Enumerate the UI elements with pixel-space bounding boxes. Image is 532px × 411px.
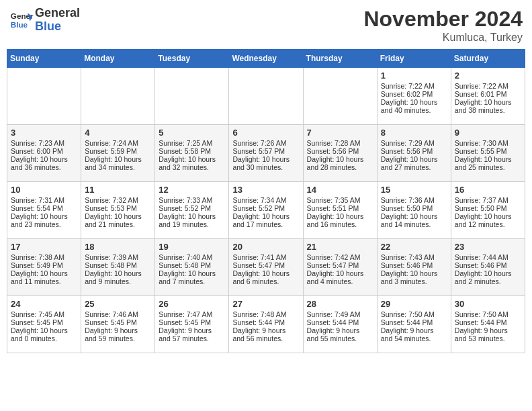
cell-info: Sunset: 6:01 PM bbox=[455, 90, 521, 98]
calendar-cell: 8Sunrise: 7:29 AMSunset: 5:56 PMDaylight… bbox=[377, 125, 451, 182]
calendar-cell: 24Sunrise: 7:45 AMSunset: 5:45 PMDayligh… bbox=[7, 296, 81, 353]
cell-info: Sunrise: 7:25 AM bbox=[159, 139, 225, 147]
cell-info: Daylight: 9 hours and 54 minutes. bbox=[381, 326, 447, 342]
calendar-cell: 30Sunrise: 7:50 AMSunset: 5:44 PMDayligh… bbox=[451, 296, 525, 353]
cell-info: Sunset: 5:48 PM bbox=[159, 261, 225, 269]
cell-info: Sunrise: 7:26 AM bbox=[232, 139, 299, 147]
day-number: 21 bbox=[307, 242, 373, 252]
cell-info: Sunrise: 7:35 AM bbox=[307, 196, 373, 204]
cell-info: Sunrise: 7:39 AM bbox=[85, 253, 151, 261]
cell-info: Daylight: 10 hours and 21 minutes. bbox=[85, 212, 151, 228]
cell-info: Sunset: 5:44 PM bbox=[455, 318, 521, 326]
day-number: 13 bbox=[232, 185, 299, 195]
calendar-cell: 16Sunrise: 7:37 AMSunset: 5:50 PMDayligh… bbox=[451, 182, 525, 239]
logo-line1: General bbox=[35, 7, 80, 20]
day-number: 7 bbox=[307, 128, 373, 138]
cell-info: Sunset: 5:57 PM bbox=[232, 147, 299, 155]
page-title: November 2024 bbox=[363, 7, 523, 32]
day-number: 20 bbox=[232, 242, 299, 252]
calendar-cell: 1Sunrise: 7:22 AMSunset: 6:02 PMDaylight… bbox=[377, 68, 451, 125]
day-number: 24 bbox=[11, 299, 77, 309]
cell-info: Daylight: 9 hours and 56 minutes. bbox=[232, 326, 299, 342]
day-number: 23 bbox=[455, 242, 521, 252]
calendar-cell: 3Sunrise: 7:23 AMSunset: 6:00 PMDaylight… bbox=[7, 125, 81, 182]
day-number: 3 bbox=[11, 128, 77, 138]
cell-info: Sunset: 5:45 PM bbox=[85, 318, 151, 326]
calendar-cell: 26Sunrise: 7:47 AMSunset: 5:45 PMDayligh… bbox=[155, 296, 229, 353]
cell-info: Sunset: 5:46 PM bbox=[455, 261, 521, 269]
cell-info: Sunrise: 7:24 AM bbox=[85, 139, 151, 147]
logo-text: General Blue bbox=[35, 7, 80, 34]
cell-info: Sunrise: 7:22 AM bbox=[381, 82, 447, 90]
day-header-tuesday: Tuesday bbox=[155, 50, 229, 68]
cell-info: Sunrise: 7:34 AM bbox=[232, 196, 299, 204]
calendar-cell: 27Sunrise: 7:48 AMSunset: 5:44 PMDayligh… bbox=[229, 296, 303, 353]
calendar-cell bbox=[7, 68, 81, 125]
header-row: SundayMondayTuesdayWednesdayThursdayFrid… bbox=[7, 50, 525, 68]
day-number: 1 bbox=[381, 71, 447, 81]
cell-info: Sunset: 5:47 PM bbox=[232, 261, 299, 269]
logo-line2: Blue bbox=[35, 20, 80, 34]
calendar-cell: 11Sunrise: 7:32 AMSunset: 5:53 PMDayligh… bbox=[81, 182, 155, 239]
cell-info: Sunrise: 7:49 AM bbox=[307, 310, 373, 318]
day-number: 14 bbox=[307, 185, 373, 195]
cell-info: Sunset: 5:46 PM bbox=[381, 261, 447, 269]
cell-info: Sunrise: 7:31 AM bbox=[11, 196, 77, 204]
calendar-cell: 14Sunrise: 7:35 AMSunset: 5:51 PMDayligh… bbox=[303, 182, 377, 239]
cell-info: Sunset: 5:45 PM bbox=[159, 318, 225, 326]
calendar-cell: 10Sunrise: 7:31 AMSunset: 5:54 PMDayligh… bbox=[7, 182, 81, 239]
cell-info: Daylight: 10 hours and 3 minutes. bbox=[381, 269, 447, 285]
cell-info: Sunrise: 7:41 AM bbox=[232, 253, 299, 261]
cell-info: Daylight: 10 hours and 9 minutes. bbox=[85, 269, 151, 285]
day-number: 17 bbox=[11, 242, 77, 252]
week-row-2: 10Sunrise: 7:31 AMSunset: 5:54 PMDayligh… bbox=[7, 182, 525, 239]
cell-info: Sunset: 5:44 PM bbox=[381, 318, 447, 326]
calendar-cell bbox=[229, 68, 303, 125]
cell-info: Daylight: 10 hours and 34 minutes. bbox=[85, 155, 151, 171]
day-number: 8 bbox=[381, 128, 447, 138]
cell-info: Daylight: 10 hours and 16 minutes. bbox=[307, 212, 373, 228]
day-number: 6 bbox=[232, 128, 299, 138]
cell-info: Sunset: 5:50 PM bbox=[455, 204, 521, 212]
cell-info: Sunrise: 7:22 AM bbox=[455, 82, 521, 90]
calendar-cell: 20Sunrise: 7:41 AMSunset: 5:47 PMDayligh… bbox=[229, 239, 303, 296]
cell-info: Sunset: 5:55 PM bbox=[455, 147, 521, 155]
cell-info: Sunset: 5:56 PM bbox=[381, 147, 447, 155]
calendar-cell: 17Sunrise: 7:38 AMSunset: 5:49 PMDayligh… bbox=[7, 239, 81, 296]
cell-info: Sunrise: 7:44 AM bbox=[455, 253, 521, 261]
cell-info: Daylight: 9 hours and 53 minutes. bbox=[455, 326, 521, 342]
cell-info: Sunset: 5:54 PM bbox=[11, 204, 77, 212]
logo: General Blue General Blue bbox=[9, 7, 80, 34]
cell-info: Daylight: 10 hours and 40 minutes. bbox=[381, 98, 447, 114]
day-header-friday: Friday bbox=[377, 50, 451, 68]
cell-info: Sunset: 5:58 PM bbox=[159, 147, 225, 155]
calendar-cell: 25Sunrise: 7:46 AMSunset: 5:45 PMDayligh… bbox=[81, 296, 155, 353]
cell-info: Daylight: 9 hours and 57 minutes. bbox=[159, 326, 225, 342]
cell-info: Sunrise: 7:29 AM bbox=[381, 139, 447, 147]
cell-info: Daylight: 10 hours and 36 minutes. bbox=[11, 155, 77, 171]
cell-info: Sunset: 5:50 PM bbox=[381, 204, 447, 212]
page-header: General Blue General Blue November 2024 … bbox=[7, 7, 525, 44]
cell-info: Sunset: 5:51 PM bbox=[307, 204, 373, 212]
cell-info: Daylight: 10 hours and 2 minutes. bbox=[455, 269, 521, 285]
calendar-cell: 4Sunrise: 7:24 AMSunset: 5:59 PMDaylight… bbox=[81, 125, 155, 182]
cell-info: Sunrise: 7:28 AM bbox=[307, 139, 373, 147]
cell-info: Sunrise: 7:37 AM bbox=[455, 196, 521, 204]
calendar-cell: 13Sunrise: 7:34 AMSunset: 5:52 PMDayligh… bbox=[229, 182, 303, 239]
day-header-monday: Monday bbox=[81, 50, 155, 68]
cell-info: Sunset: 5:56 PM bbox=[307, 147, 373, 155]
calendar-cell bbox=[155, 68, 229, 125]
cell-info: Daylight: 10 hours and 28 minutes. bbox=[307, 155, 373, 171]
day-number: 28 bbox=[307, 299, 373, 309]
day-number: 22 bbox=[381, 242, 447, 252]
cell-info: Daylight: 10 hours and 14 minutes. bbox=[381, 212, 447, 228]
cell-info: Sunset: 5:53 PM bbox=[85, 204, 151, 212]
calendar-cell: 5Sunrise: 7:25 AMSunset: 5:58 PMDaylight… bbox=[155, 125, 229, 182]
cell-info: Sunset: 5:48 PM bbox=[85, 261, 151, 269]
cell-info: Sunrise: 7:23 AM bbox=[11, 139, 77, 147]
cell-info: Daylight: 10 hours and 12 minutes. bbox=[455, 212, 521, 228]
cell-info: Daylight: 9 hours and 55 minutes. bbox=[307, 326, 373, 342]
week-row-1: 3Sunrise: 7:23 AMSunset: 6:00 PMDaylight… bbox=[7, 125, 525, 182]
day-number: 2 bbox=[455, 71, 521, 81]
cell-info: Daylight: 10 hours and 38 minutes. bbox=[455, 98, 521, 114]
